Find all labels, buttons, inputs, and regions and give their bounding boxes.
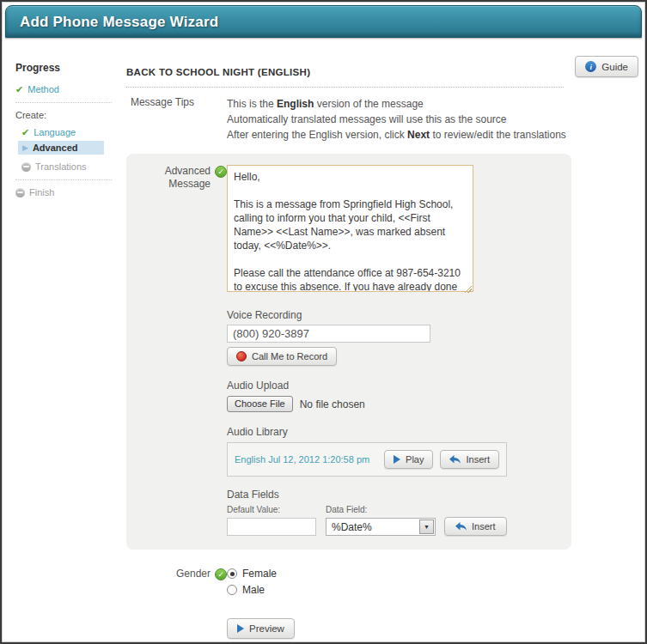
gender-options: Female Male — [227, 568, 277, 596]
play-button[interactable]: Play — [384, 450, 433, 469]
insert-field-col: Insert — [444, 517, 507, 536]
pending-circle-icon — [15, 188, 25, 197]
chevron-down-icon: ▼ — [419, 519, 434, 534]
file-status-text: No file chosen — [300, 398, 365, 410]
title-bar: Add Phone Message Wizard — [5, 5, 642, 38]
gender-label: Gender — [176, 568, 211, 580]
audio-library-label: Audio Library — [227, 426, 562, 438]
default-value-input[interactable] — [227, 518, 316, 536]
sidebar-item-advanced[interactable]: ▶ Advanced — [18, 141, 104, 155]
page-title: BACK TO SCHOOL NIGHT (ENGLISH) — [126, 67, 310, 77]
insert-arrow-icon — [449, 455, 461, 465]
advanced-message-label: Advanced Message — [165, 165, 211, 191]
preview-button[interactable]: Preview — [227, 618, 295, 639]
guide-button[interactable]: i Guide — [575, 56, 638, 77]
check-icon: ✔ — [15, 85, 23, 94]
radio-button-selected[interactable] — [227, 568, 237, 579]
caret-right-icon: ▶ — [22, 144, 28, 152]
window-title: Add Phone Message Wizard — [6, 6, 641, 31]
insert-button-label: Insert — [472, 521, 496, 532]
sidebar-item-label: Language — [34, 127, 76, 137]
insert-button-label: Insert — [466, 454, 490, 465]
guide-button-label: Guide — [601, 62, 628, 72]
message-tips-label: Message Tips — [126, 96, 227, 143]
choose-file-button[interactable]: Choose File — [227, 396, 293, 412]
radio-option-female[interactable]: Female — [227, 568, 277, 580]
message-textarea[interactable]: Hello, This is a message from Springfiel… — [227, 165, 473, 292]
data-fields-label: Data Fields — [227, 489, 562, 501]
data-field-label: Data Field: — [326, 505, 436, 514]
preview-button-label: Preview — [249, 623, 284, 634]
radio-option-male[interactable]: Male — [227, 584, 277, 596]
wizard-window: Add Phone Message Wizard Progress ✔ Meth… — [0, 0, 647, 644]
progress-sidebar: Progress ✔ Method Create: ✔ Language ▶ A… — [15, 62, 120, 197]
voice-recording-label: Voice Recording — [227, 309, 562, 321]
call-me-to-record-button[interactable]: Call Me to Record — [227, 347, 337, 366]
sidebar-item-method[interactable]: ✔ Method — [15, 84, 120, 94]
default-value-col: Default Value: — [227, 505, 316, 536]
message-textarea-wrap: Hello, This is a message from Springfiel… — [227, 165, 473, 295]
audio-library-item-link[interactable]: English Jul 12, 2012 1:20:58 pm — [235, 454, 384, 465]
audio-library-box: English Jul 12, 2012 1:20:58 pm Play Ins… — [227, 442, 507, 477]
preview-row: Preview — [227, 618, 638, 639]
divider — [15, 179, 112, 180]
tip-line: This is the English version of the messa… — [227, 96, 566, 112]
audio-upload-label: Audio Upload — [227, 380, 562, 392]
check-icon: ✔ — [21, 128, 29, 137]
record-button-label: Call Me to Record — [252, 351, 327, 361]
insert-audio-button[interactable]: Insert — [440, 450, 499, 469]
radio-button[interactable] — [227, 585, 237, 595]
radio-label: Male — [242, 584, 265, 596]
panel-controls: Voice Recording Call Me to Record Audio … — [227, 309, 562, 536]
advanced-message-row: Advanced Message ✓ Hello, This is a mess… — [126, 165, 571, 295]
tip-line: After entering the English version, clic… — [227, 127, 566, 143]
radio-label: Female — [242, 568, 277, 580]
record-icon — [236, 351, 247, 361]
message-tips-row: Message Tips This is the English version… — [126, 96, 638, 143]
data-field-select[interactable]: %Date% ▼ — [326, 518, 436, 536]
phone-number-input[interactable] — [227, 325, 430, 343]
data-field-col: Data Field: %Date% ▼ — [326, 505, 436, 536]
heading-row: BACK TO SCHOOL NIGHT (ENGLISH) i Guide — [126, 56, 638, 88]
sidebar-item-label: Finish — [29, 187, 54, 197]
advanced-panel: Advanced Message ✓ Hello, This is a mess… — [126, 154, 571, 550]
main-content: BACK TO SCHOOL NIGHT (ENGLISH) i Guide M… — [126, 56, 638, 644]
page-title-wrap: BACK TO SCHOOL NIGHT (ENGLISH) — [126, 64, 564, 88]
divider — [15, 102, 112, 103]
valid-check-icon: ✓ — [215, 166, 227, 178]
insert-arrow-icon — [455, 522, 467, 532]
data-field-selected-value: %Date% — [327, 521, 419, 533]
sidebar-item-finish: Finish — [15, 187, 120, 197]
sidebar-item-label: Method — [27, 84, 59, 94]
play-icon — [394, 455, 400, 464]
pending-circle-icon — [21, 162, 31, 172]
sidebar-item-language[interactable]: ✔ Language — [21, 127, 120, 137]
sidebar-item-label: Translations — [35, 161, 87, 172]
play-button-label: Play — [406, 454, 424, 465]
sidebar-group-create: Create: — [15, 110, 120, 120]
default-value-label: Default Value: — [227, 505, 316, 514]
data-fields-row: Default Value: Data Field: %Date% ▼ — [227, 505, 562, 536]
sidebar-item-translations: Translations — [21, 161, 120, 172]
sidebar-heading: Progress — [15, 62, 120, 74]
file-input-row: Choose File No file chosen — [227, 396, 562, 412]
gender-row: Gender ✓ Female Male — [126, 568, 638, 596]
resize-handle[interactable] — [464, 285, 472, 293]
record-button-row: Call Me to Record — [227, 347, 562, 366]
message-tips-text: This is the English version of the messa… — [227, 96, 566, 143]
valid-check-icon: ✓ — [215, 568, 227, 580]
library-buttons: Play Insert — [384, 450, 499, 469]
info-icon: i — [585, 61, 596, 72]
sidebar-item-label: Advanced — [33, 143, 78, 153]
play-icon — [237, 624, 244, 633]
advanced-message-label-col: Advanced Message ✓ — [126, 165, 227, 295]
insert-field-button[interactable]: Insert — [444, 517, 507, 536]
tip-line: Automatically translated messages will u… — [227, 112, 566, 127]
gender-label-col: Gender ✓ — [126, 568, 227, 596]
